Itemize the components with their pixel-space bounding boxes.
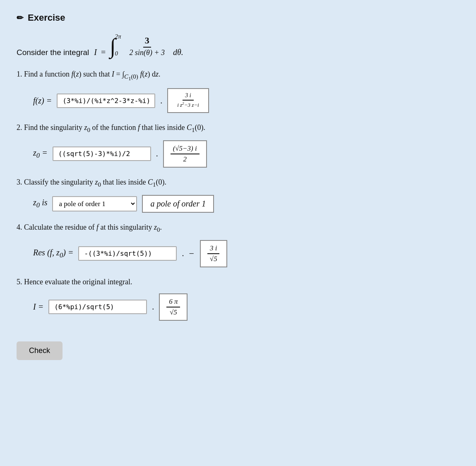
q4-dot: . [182,249,184,258]
question-1: 1. Find a function f(z) such that I = ∫C… [17,69,459,113]
q4-minus: − [189,248,194,259]
integrand-fraction: 3 2 sin(θ) + 3 [128,35,166,57]
exercise-title: Exercise [28,12,65,23]
integral-upper: 2π [115,33,121,40]
q2-input[interactable] [53,147,151,161]
q1-result-num: 3 i [183,92,193,101]
q4-result: 3 i √5 [200,240,227,267]
check-button[interactable]: Check [17,341,63,360]
q4-result-den: √5 [207,254,220,263]
q1-answer-row: f(z) = . 3 i i z2−3 z−i [33,88,459,113]
intro-text: Consider the integral [17,48,89,57]
q5-label: I = [33,302,43,312]
dtheta: dθ. [173,48,183,57]
q2-label: z0 = [33,148,48,160]
q1-label: f(z) = [33,96,52,106]
q5-result-den: √5 [167,307,180,317]
integral-limits: 2π 0 [115,33,121,57]
q4-answer-row: Res (f, z0) = . − 3 i √5 [33,240,459,267]
q1-result: 3 i i z2−3 z−i [167,88,209,113]
question-4: 4. Calculate the residue of f at this si… [17,222,459,267]
q1-result-den: i z2−3 z−i [175,101,201,108]
check-area: Check [17,333,459,360]
question-2: 2. Find the singularity z0 of the functi… [17,122,459,168]
q5-input[interactable] [48,300,147,314]
q3-classification: a pole of order 1 [142,195,214,213]
q5-dot: . [152,302,154,312]
q3-answer-row: z0 is a pole of order 1 a removable sing… [33,195,459,213]
q4-result-num: 3 i [207,244,219,254]
i-equals: I [94,48,97,57]
q5-answer-row: I = . 6 π √5 [33,293,459,321]
q3-label: z0 is [33,198,47,209]
q2-result: (√5−3) i 2 [163,140,207,168]
q2-text: 2. Find the singularity z0 of the functi… [17,122,459,135]
q5-result-num: 6 π [166,298,180,307]
q1-number: 1. Find a function f(z) such that I = ∫C… [17,70,160,78]
integral-lower: 0 [115,50,118,57]
question-5: 5. Hence evaluate the original integral.… [17,276,459,321]
q1-text: 1. Find a function f(z) such that I = ∫C… [17,69,459,82]
q2-result-num: (√5−3) i [171,144,200,154]
pencil-icon: ✏ [17,13,24,23]
q5-result: 6 π √5 [159,293,188,321]
integrand-numerator: 3 [143,35,151,48]
q4-input[interactable] [78,246,177,261]
q1-input[interactable] [57,94,155,108]
integral-display: Consider the integral I = ∫ 2π 0 3 2 sin… [17,33,459,57]
q2-dot: . [156,149,158,159]
q1-dot: . [160,96,162,106]
exercise-header: ✏ Exercise [17,12,459,23]
q4-text: 4. Calculate the residue of f at this si… [17,222,459,234]
q2-result-den: 2 [180,154,189,163]
q3-text: 3. Classify the singularity z0 that lies… [17,177,459,189]
q2-answer-row: z0 = . (√5−3) i 2 [33,140,459,168]
equals-sign: = [101,48,106,57]
q3-select[interactable]: a pole of order 1 a removable singularit… [52,196,137,211]
integrand-denominator: 2 sin(θ) + 3 [128,48,166,57]
question-3: 3. Classify the singularity z0 that lies… [17,177,459,213]
q4-label: Res (f, z0) = [33,248,73,259]
q5-text: 5. Hence evaluate the original integral. [17,276,459,288]
